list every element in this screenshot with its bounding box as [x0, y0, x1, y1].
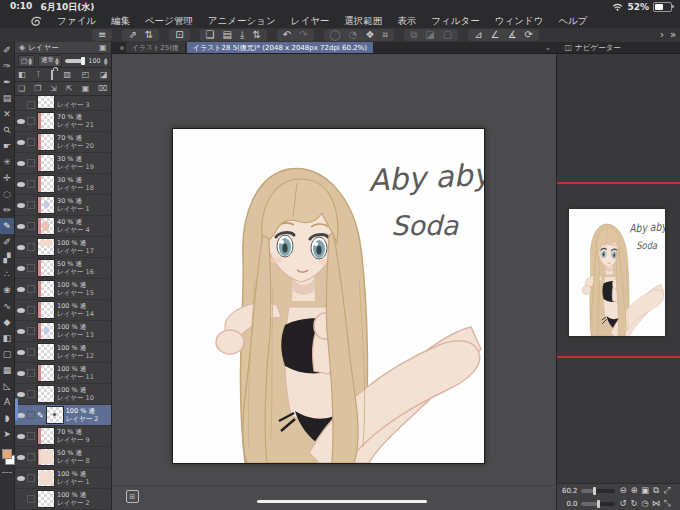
polyline-tool-icon[interactable]: ◺ — [0, 378, 14, 394]
figure-pen-icon[interactable]: ✒ — [0, 74, 14, 90]
panel-arrow-icon[interactable]: › — [660, 29, 664, 41]
layer-row[interactable]: ✎100 % 通レイヤー 2 — [15, 405, 111, 426]
rotate-cw-icon[interactable]: ↻ — [629, 498, 640, 509]
fit-screen-icon[interactable]: ⤢ — [662, 485, 673, 496]
operation-pen-icon[interactable]: ✐ — [0, 42, 14, 58]
reset-view-icon[interactable]: ◷ — [640, 498, 651, 509]
hamburger-menu-icon[interactable]: ≡ — [98, 29, 106, 41]
layer-row[interactable]: 30 % 通レイヤー 18 — [15, 174, 111, 195]
layer-row[interactable]: 100 % 通レイヤー 11 — [15, 363, 111, 384]
layer-row[interactable]: 40 % 通レイヤー 4 — [15, 216, 111, 237]
visibility-eye-icon[interactable] — [17, 140, 25, 145]
lasso-tool-icon[interactable]: ◌ — [0, 186, 14, 202]
layer-row[interactable]: 70 % 通レイヤー 20 — [15, 132, 111, 153]
decoration-tool-icon[interactable]: ❀ — [0, 282, 14, 298]
primary-color-swatch[interactable] — [2, 449, 12, 459]
pixel-preview-icon[interactable]: ⧉ — [651, 485, 662, 496]
layer-row[interactable]: 100 % 通レイヤー 15 — [15, 279, 111, 300]
panel-edge-indicator[interactable] — [15, 398, 18, 420]
layer-thumbnail[interactable] — [37, 133, 55, 151]
layer-thumbnail[interactable] — [37, 196, 55, 214]
layer-checkbox[interactable] — [27, 495, 35, 503]
stepper-icon[interactable]: ⇅ — [145, 29, 153, 41]
open-file-icon[interactable]: ▤ — [223, 29, 232, 41]
lock-layer-icon[interactable] — [51, 71, 53, 79]
layer-checkbox[interactable] — [27, 327, 35, 335]
layer-thumbnail[interactable] — [37, 112, 55, 130]
layer-row[interactable]: 100 % 通レイヤー 12 — [15, 342, 111, 363]
menu-item-2[interactable]: ページ管理 — [145, 15, 193, 26]
canvas-document[interactable] — [172, 128, 485, 464]
pen-tool-icon[interactable]: ✎ — [0, 218, 14, 234]
navigator-thumbnail[interactable] — [569, 209, 665, 336]
zoom-100-icon[interactable]: ▣ — [640, 485, 651, 496]
object-tool-icon[interactable]: ➤ — [0, 426, 14, 442]
horizontal-scrollbar[interactable] — [257, 500, 427, 503]
layer-checkbox[interactable] — [27, 369, 35, 377]
layer-checkbox[interactable] — [27, 117, 35, 125]
layer-row[interactable]: 100 % 通レイヤー 17 — [15, 237, 111, 258]
layer-thumbnail[interactable] — [37, 175, 55, 193]
layer-thumbnail[interactable] — [37, 154, 55, 172]
clip-to-layer-icon[interactable]: ◧ — [18, 70, 26, 79]
opacity-stepper[interactable]: ▲▼ — [104, 57, 108, 65]
layer-thumbnail[interactable] — [37, 238, 55, 256]
mask-icon[interactable]: ◰ — [82, 70, 90, 79]
undo-icon[interactable]: ↶ — [283, 29, 291, 41]
hide-selection-icon[interactable]: ▢ — [443, 29, 452, 41]
layer-thumbnail[interactable] — [37, 259, 55, 277]
layer-thumbnail[interactable] — [37, 280, 55, 298]
transfer-down-icon[interactable]: ⇲ — [50, 84, 57, 93]
layer-checkbox[interactable] — [27, 101, 35, 109]
zoom-in-icon[interactable]: ⊕ — [629, 485, 640, 496]
grid-tool-icon[interactable]: ▦ — [0, 362, 14, 378]
menu-item-3[interactable]: アニメーション — [208, 15, 276, 26]
select-shrink-icon[interactable]: ◔ — [349, 29, 358, 41]
layer-checkbox[interactable] — [27, 222, 35, 230]
magnifier-icon[interactable]: ⚲ — [0, 122, 14, 138]
select-circle-icon[interactable]: ◯ — [330, 29, 341, 41]
rotate-canvas-icon[interactable]: ✳ — [0, 154, 14, 170]
layer-thumbnail[interactable] — [37, 364, 55, 382]
panel-menu-icon[interactable]: ▣ — [99, 43, 107, 52]
layer-thumbnail[interactable] — [37, 427, 55, 445]
airbrush-tool-icon[interactable]: ∴ — [0, 266, 14, 282]
navigator-tab[interactable]: ◫ ナビゲーター — [557, 42, 680, 54]
visibility-eye-icon[interactable] — [17, 308, 25, 313]
menu-item-8[interactable]: ウィンドウ — [495, 15, 544, 26]
layer-checkbox[interactable] — [27, 264, 35, 272]
layer-checkbox[interactable] — [27, 201, 35, 209]
color-swatch[interactable] — [0, 446, 14, 466]
layer-checkbox[interactable] — [27, 411, 35, 419]
brush-tool-icon[interactable]: ▞ — [0, 250, 14, 266]
layer-thumbnail[interactable] — [37, 96, 55, 109]
layer-row[interactable]: レイヤー 3 — [15, 96, 111, 111]
layer-thumbnail[interactable] — [37, 301, 55, 319]
layer-row[interactable]: 100 % 通レイヤー 1 — [15, 468, 111, 489]
menu-item-9[interactable]: ヘルプ — [558, 15, 587, 26]
stepper2-icon[interactable]: ⇅ — [252, 29, 260, 41]
fill-tool-icon[interactable]: ◧ — [0, 330, 14, 346]
visibility-eye-icon[interactable] — [17, 182, 25, 187]
selection-area-icon[interactable]: ▢ — [0, 346, 14, 362]
move-tool-icon[interactable]: ✛ — [0, 170, 14, 186]
menu-item-5[interactable]: 選択範囲 — [344, 15, 382, 26]
merge-down-icon[interactable]: ⇱ — [66, 84, 73, 93]
layer-checkbox[interactable] — [27, 474, 35, 482]
visibility-eye-icon[interactable] — [17, 119, 25, 124]
rotation-slider[interactable] — [581, 502, 615, 506]
menu-item-7[interactable]: フィルター — [431, 15, 479, 26]
layer-thumbnail[interactable] — [37, 469, 55, 487]
eyedropper-icon[interactable]: ✏ — [0, 202, 14, 218]
layer-row[interactable]: 30 % 通レイヤー 1 — [15, 195, 111, 216]
save-icon[interactable]: ⤓ — [240, 29, 244, 41]
visibility-eye-icon[interactable] — [17, 350, 25, 355]
zoom-out-icon[interactable]: ⊖ — [618, 485, 629, 496]
visibility-eye-icon[interactable] — [17, 245, 25, 250]
gradient-tool-icon[interactable]: ◆ — [0, 314, 14, 330]
visibility-eye-icon[interactable] — [17, 392, 25, 397]
window-selector-icon[interactable]: ⊞ — [126, 490, 139, 503]
layer-thumbnail[interactable] — [37, 385, 55, 403]
text-tool-icon[interactable]: A — [0, 394, 14, 410]
layer-thumbnail[interactable] — [37, 490, 55, 508]
